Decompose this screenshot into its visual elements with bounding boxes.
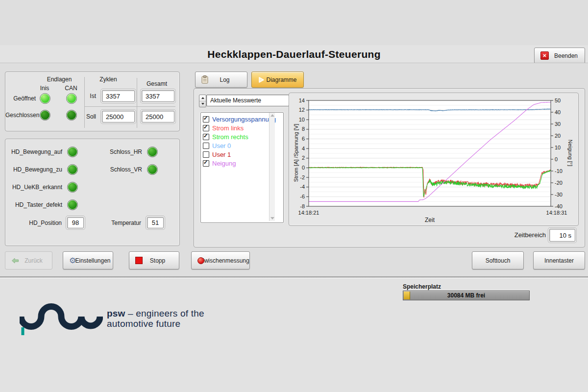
list-scrollbar[interactable] [269,113,275,221]
zeitbereich-field[interactable]: 10 s [549,229,575,242]
channel-checkbox-0[interactable] [203,116,209,122]
measure-selector[interactable]: Aktuelle Messwerte [206,95,289,106]
svg-text:4: 4 [302,146,305,151]
status-right-led-1 [147,164,158,175]
status-right-label-1: Schloss_VR [85,166,142,173]
svg-text:-2: -2 [300,174,305,180]
top-band [0,0,588,45]
zwischenmessung-button[interactable]: Zwischenmessung [191,251,250,270]
svg-text:-30: -30 [555,192,563,197]
scroll-down-icon[interactable] [270,217,275,220]
row-label-geschlossen: Geschlossen [5,112,36,119]
einstellungen-button[interactable]: ⚙ Einstellungen [63,251,113,270]
stopp-button[interactable]: Stopp [129,251,179,270]
chart-svg: 14121086420-2-4-6-850403020100-10-20-30-… [289,93,578,225]
channel-checkbox-2[interactable] [203,134,209,140]
led-geschlossen-can [66,110,77,121]
channel-label-1: Strom links [212,124,244,132]
svg-text:10: 10 [555,145,561,150]
brand-name: psw [107,308,125,318]
svg-text:30: 30 [555,121,561,127]
svg-text:0: 0 [302,165,305,171]
status-right-row-0: Schloss_HR [85,143,164,161]
channel-item-3[interactable]: User 0 [203,141,276,150]
play-icon [258,76,265,83]
brand-tagline-1: – engineers of the [125,308,204,318]
endlagen-panel: Endlagen Inis CAN Geöffnet Geschlossen Z… [5,72,180,131]
status-left-label-2: HD_UeKB_erkannt [5,184,62,191]
svg-text:10: 10 [299,117,305,122]
channel-item-2[interactable]: Strom rechts [203,132,276,141]
svg-text:-10: -10 [555,168,563,174]
svg-text:-4: -4 [300,184,305,190]
scroll-up-icon[interactable] [270,114,275,117]
gesamt-ist-field: 3357 [142,90,174,102]
svg-text:6: 6 [302,136,305,142]
status-left-row-2: HD_UeKB_erkannt [5,178,84,196]
channel-item-1[interactable]: Strom links [203,123,276,132]
channel-item-0[interactable]: Versorgungsspannung [203,115,276,123]
channel-item-5[interactable]: Neigung [203,159,276,168]
speicherplatz-bar: 30084 MB frei [403,291,530,300]
quit-button-label: Beenden [554,52,578,59]
zurueck-button[interactable]: Zurück [5,251,52,270]
gesamt-soll-field: 25000 [142,111,174,122]
channel-checkbox-3[interactable] [203,143,209,149]
channel-label-2: Strom rechts [212,133,248,141]
speicherplatz-label: Speicherplatz [403,283,441,290]
svg-text:20: 20 [555,133,561,139]
zurueck-label: Zurück [24,257,43,264]
stop-icon [135,257,143,264]
channel-item-4[interactable]: User 1 [203,150,276,159]
hd-position-field: 98 [67,217,84,228]
x-tick-start: 14:18:21 [293,210,324,216]
status-left-led-2 [67,182,78,193]
col-header-inis: Inis [32,85,57,92]
status-right-led-0 [147,147,158,157]
back-arrow-icon [11,258,19,264]
innentaster-button[interactable]: Innentaster [533,251,585,270]
speicherplatz-value: 30084 MB frei [403,291,529,300]
softtouch-label: Softtouch [486,257,511,264]
left-axis-title: Strom [A] /Spannung [V] [293,99,299,207]
tab-diagramme[interactable]: Diagramme [251,72,304,88]
tab-log-label: Log [220,76,229,83]
svg-text:12: 12 [299,107,305,113]
spinner-down-icon[interactable] [199,101,206,107]
zyklen-ist-field: 3357 [102,90,135,102]
status-right-label-0: Schloss_HR [85,148,142,155]
status-led-column-right: Schloss_HRSchloss_VR [85,143,164,178]
svg-text:40: 40 [555,109,561,115]
x-axis-title: Zeit [309,217,551,223]
status-left-led-3 [67,199,78,210]
zyklen-soll-field[interactable]: 25000 [102,111,135,122]
einstellungen-label: Einstellungen [75,257,110,264]
svg-text:8: 8 [302,126,305,132]
softtouch-button[interactable]: Softtouch [472,251,524,270]
hd-position-label: HD_Position [13,220,62,226]
led-geoeffnet-can [66,93,77,104]
gear-icon: ⚙ [69,257,76,265]
record-icon [197,257,204,264]
zwischenmessung-label: Zwischenmessung [200,257,249,264]
stopp-label: Stopp [150,257,165,264]
quit-button[interactable]: ✕ Beenden [534,48,585,64]
status-left-row-3: HD_Taster_defekt [5,196,84,214]
measure-selector-spinner[interactable] [199,95,206,107]
col-header-can: CAN [59,85,83,92]
channel-checkbox-5[interactable] [203,160,209,167]
svg-text:-6: -6 [300,194,305,199]
status-left-led-0 [67,147,78,157]
tab-diagramme-label: Diagramme [266,76,296,83]
row-label-geoeffnet: Geöffnet [5,95,36,102]
separator-vertical-1 [84,77,85,128]
status-left-row-1: HD_Bewegung_zu [5,161,84,178]
channel-checkbox-1[interactable] [203,125,209,131]
clipboard-icon [201,75,208,84]
chart-panel: 14121086420-2-4-6-850403020100-10-20-30-… [289,93,579,226]
channel-checkbox-4[interactable] [203,151,209,158]
logo-accent-mark [22,327,24,335]
logo-wave [21,307,100,327]
tab-log[interactable]: Log [195,72,247,88]
status-right-row-1: Schloss_VR [85,161,164,178]
